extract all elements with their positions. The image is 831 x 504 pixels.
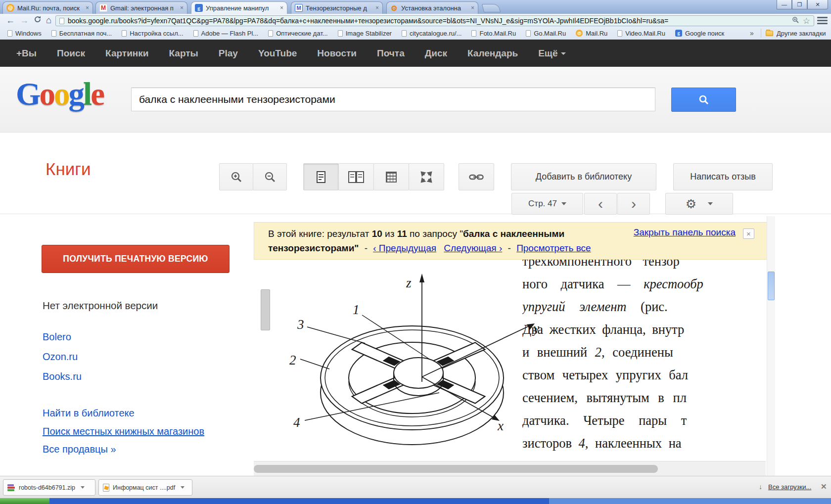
chevron-down-icon[interactable] bbox=[81, 486, 85, 489]
bookmarks-overflow-chevron[interactable]: » bbox=[750, 27, 754, 40]
fullscreen-button[interactable] bbox=[409, 163, 444, 190]
get-link-button[interactable] bbox=[459, 163, 494, 190]
bookmark-item[interactable]: Adobe — Flash Pl... bbox=[191, 30, 261, 37]
folder-icon bbox=[766, 31, 773, 36]
page-scroll-slider[interactable] bbox=[261, 289, 270, 330]
search-button[interactable] bbox=[671, 88, 736, 112]
find-in-library-link[interactable]: Найти в библиотеке bbox=[43, 408, 135, 419]
search-input[interactable] bbox=[131, 88, 655, 111]
bookmark-item[interactable]: gGoogle поиск bbox=[673, 30, 727, 37]
view-all-results-link[interactable]: Просмотреть все bbox=[516, 243, 591, 253]
zoom-indicator-icon[interactable] bbox=[792, 16, 799, 25]
gbar-item-images[interactable]: Картинки bbox=[105, 48, 148, 59]
bookmark-item[interactable]: Настройка ссыл... bbox=[119, 30, 185, 37]
close-icon[interactable]: × bbox=[86, 4, 89, 11]
seller-link-ozon[interactable]: Ozon.ru bbox=[43, 351, 78, 363]
tab-tenzo[interactable]: M Тензорезисторные д × bbox=[291, 1, 383, 14]
bookmark-item[interactable]: citycatalogue.ru/... bbox=[399, 30, 464, 37]
maximize-button[interactable]: ❐ bbox=[792, 0, 807, 9]
gbar-item-plus-you[interactable]: +Вы bbox=[16, 48, 37, 59]
tab-mailru[interactable]: @ Mail.Ru: почта, поиск × bbox=[2, 1, 93, 14]
show-all-downloads-link[interactable]: Все загрузки... bbox=[768, 483, 811, 491]
close-icon[interactable]: × bbox=[743, 229, 754, 239]
chevron-down-icon[interactable] bbox=[181, 486, 185, 489]
address-bar[interactable]: books.google.ru/books?id=yfexn7Qat1QC&pg… bbox=[55, 15, 814, 26]
download-item-pdf[interactable]: Информац сист ....pdf bbox=[98, 479, 192, 496]
page-selector-dropdown[interactable]: Стр. 47 bbox=[511, 193, 583, 215]
menu-icon[interactable] bbox=[817, 17, 828, 24]
all-sellers-link[interactable]: Все продавцы » bbox=[43, 444, 116, 455]
close-icon[interactable]: × bbox=[375, 4, 379, 11]
reload-icon[interactable] bbox=[34, 15, 42, 26]
gbar-item-youtube[interactable]: YouTube bbox=[258, 48, 297, 59]
other-bookmarks-label: Другие закладки bbox=[777, 30, 826, 37]
gbar-item-mail[interactable]: Почта bbox=[377, 48, 405, 59]
titlebar: @ Mail.Ru: почта, поиск × M Gmail: элект… bbox=[0, 0, 831, 14]
start-button[interactable] bbox=[0, 498, 49, 504]
bookmark-star-icon[interactable]: ☆ bbox=[803, 16, 810, 26]
page-icon bbox=[193, 30, 198, 37]
close-search-panel-link[interactable]: Закрыть панель поиска bbox=[634, 227, 736, 238]
download-filename: Информац сист ....pdf bbox=[113, 484, 175, 491]
tab-ustanovka[interactable]: ⚙ Установка эталонна × bbox=[386, 1, 478, 14]
google-icon: g bbox=[675, 30, 682, 37]
add-to-library-button[interactable]: Добавить в библиотеку bbox=[511, 163, 656, 190]
next-page-button[interactable]: › bbox=[617, 193, 650, 215]
gbar-item-play[interactable]: Play bbox=[219, 48, 238, 59]
get-print-version-button[interactable]: ПОЛУЧИТЬ ПЕЧАТНУЮ ВЕРСИЮ bbox=[42, 245, 230, 273]
new-tab-button[interactable] bbox=[482, 4, 501, 12]
bookmark-item[interactable]: Бесплатная поч... bbox=[49, 30, 114, 37]
gbar-item-search[interactable]: Поиск bbox=[57, 48, 85, 59]
pdf-icon bbox=[103, 484, 109, 492]
url-text[interactable]: books.google.ru/books?id=yfexn7Qat1QC&pg… bbox=[68, 17, 788, 25]
single-page-view-button[interactable] bbox=[303, 163, 339, 190]
horizontal-scrollbar[interactable] bbox=[254, 461, 766, 476]
horizontal-scrollbar-thumb[interactable] bbox=[254, 465, 658, 473]
forward-icon[interactable]: → bbox=[20, 15, 29, 26]
write-review-button[interactable]: Написать отзыв bbox=[673, 163, 773, 190]
vertical-scrollbar-thumb[interactable] bbox=[768, 272, 775, 300]
book-text-line: ством четырех упругих бал bbox=[522, 364, 766, 386]
gbar-item-more[interactable]: Ещё bbox=[538, 48, 566, 59]
bookmark-item[interactable]: Оптические дат... bbox=[266, 30, 330, 37]
google-logo: Google bbox=[16, 76, 103, 113]
close-icon[interactable]: × bbox=[280, 4, 283, 11]
bookmark-item[interactable]: Image Stabilizer bbox=[335, 30, 394, 37]
previous-result-link[interactable]: ‹ Предыдущая bbox=[373, 243, 436, 253]
close-icon[interactable]: × bbox=[471, 4, 474, 11]
bookmark-item[interactable]: Video.Mail.Ru bbox=[615, 30, 668, 37]
seller-link-books-ru[interactable]: Books.ru bbox=[43, 371, 82, 382]
thumbnail-view-button[interactable] bbox=[373, 163, 409, 190]
gbar-item-drive[interactable]: Диск bbox=[425, 48, 447, 59]
zoom-out-button[interactable] bbox=[253, 163, 287, 190]
gbar-item-maps[interactable]: Карты bbox=[169, 48, 198, 59]
vertical-scrollbar[interactable] bbox=[767, 216, 775, 476]
gbar-item-calendar[interactable]: Календарь bbox=[467, 48, 518, 59]
bookmark-item[interactable]: Windows bbox=[5, 30, 44, 37]
next-result-link[interactable]: Следующая › bbox=[444, 243, 502, 253]
tab-google-books-active[interactable]: g Управление манипул × bbox=[191, 1, 287, 14]
download-item-zip[interactable]: robots-d64b6791.zip bbox=[3, 479, 95, 496]
close-window-button[interactable]: ✕ bbox=[807, 0, 828, 9]
minimize-button[interactable]: — bbox=[777, 0, 792, 9]
taskbar-app-button[interactable] bbox=[549, 498, 831, 504]
bookmark-item[interactable]: @Mail.Ru bbox=[573, 30, 610, 37]
zoom-in-button[interactable] bbox=[219, 163, 253, 190]
local-bookstores-link[interactable]: Поиск местных книжных магазинов bbox=[43, 426, 204, 437]
settings-dropdown-button[interactable]: ⚙ bbox=[665, 193, 733, 215]
bookmark-item[interactable]: Foto.Mail.Ru bbox=[469, 30, 518, 37]
other-bookmarks-button[interactable]: Другие закладки bbox=[766, 27, 826, 40]
gbar-item-news[interactable]: Новости bbox=[317, 48, 357, 59]
seller-link-bolero[interactable]: Bolero bbox=[43, 331, 71, 343]
tab-gmail[interactable]: M Gmail: электронная п × bbox=[95, 1, 187, 14]
close-icon[interactable]: × bbox=[180, 4, 184, 11]
part-label-4: 4 bbox=[293, 415, 300, 430]
book-page-viewer: z y x 1 3 2 4 трехкомпонентного тензор н… bbox=[254, 260, 766, 460]
bookmark-item[interactable]: Go.Mail.Ru bbox=[523, 30, 568, 37]
close-downloads-bar-icon[interactable]: ✕ bbox=[821, 482, 827, 491]
book-text-line: зисторов 4, наклеенных на bbox=[522, 432, 766, 455]
two-page-view-button[interactable] bbox=[338, 163, 374, 190]
back-icon[interactable]: ← bbox=[6, 15, 15, 26]
previous-page-button[interactable]: ‹ bbox=[584, 193, 617, 215]
home-icon[interactable]: ⌂ bbox=[46, 15, 51, 26]
